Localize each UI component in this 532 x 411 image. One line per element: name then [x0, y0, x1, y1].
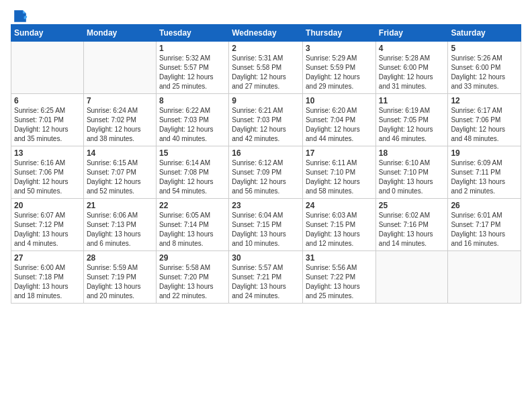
- calendar-cell: [83, 42, 156, 94]
- calendar-header: SundayMondayTuesdayWednesdayThursdayFrid…: [11, 25, 521, 42]
- day-number: 12: [451, 96, 518, 105]
- day-number: 30: [232, 253, 300, 263]
- day-info: Sunrise: 6:20 AM Sunset: 7:04 PM Dayligh…: [306, 106, 373, 144]
- day-info: Sunrise: 6:00 AM Sunset: 7:18 PM Dayligh…: [14, 263, 81, 301]
- day-info: Sunrise: 6:16 AM Sunset: 7:06 PM Dayligh…: [14, 158, 81, 196]
- day-info: Sunrise: 5:56 AM Sunset: 7:22 PM Dayligh…: [306, 263, 373, 301]
- day-number: 8: [159, 96, 226, 105]
- calendar-cell: [375, 251, 448, 304]
- calendar-cell: 2Sunrise: 5:31 AM Sunset: 5:58 PM Daylig…: [229, 42, 303, 94]
- day-number: 20: [14, 201, 81, 210]
- day-number: 28: [87, 253, 153, 263]
- day-info: Sunrise: 6:11 AM Sunset: 7:10 PM Dayligh…: [306, 158, 373, 196]
- day-info: Sunrise: 6:22 AM Sunset: 7:03 PM Dayligh…: [159, 106, 226, 144]
- calendar-cell: 26Sunrise: 6:01 AM Sunset: 7:17 PM Dayli…: [448, 199, 521, 251]
- day-info: Sunrise: 5:29 AM Sunset: 5:59 PM Dayligh…: [306, 54, 373, 91]
- calendar-cell: 19Sunrise: 6:09 AM Sunset: 7:11 PM Dayli…: [448, 146, 521, 199]
- day-info: Sunrise: 5:32 AM Sunset: 5:57 PM Dayligh…: [159, 54, 226, 91]
- day-info: Sunrise: 5:57 AM Sunset: 7:21 PM Dayligh…: [232, 263, 300, 301]
- calendar-cell: 14Sunrise: 6:15 AM Sunset: 7:07 PM Dayli…: [83, 146, 156, 199]
- week-row-1: 6Sunrise: 6:25 AM Sunset: 7:01 PM Daylig…: [11, 94, 521, 146]
- calendar-cell: 20Sunrise: 6:07 AM Sunset: 7:12 PM Dayli…: [11, 199, 84, 251]
- day-number: 11: [379, 96, 445, 105]
- weekday-header-monday: Monday: [83, 25, 156, 42]
- day-info: Sunrise: 5:31 AM Sunset: 5:58 PM Dayligh…: [232, 54, 300, 91]
- day-number: 19: [451, 148, 518, 158]
- day-info: Sunrise: 5:58 AM Sunset: 7:20 PM Dayligh…: [159, 263, 226, 301]
- weekday-header-sunday: Sunday: [11, 25, 84, 42]
- calendar-cell: 31Sunrise: 5:56 AM Sunset: 7:22 PM Dayli…: [303, 251, 376, 304]
- calendar-cell: 30Sunrise: 5:57 AM Sunset: 7:21 PM Dayli…: [229, 251, 303, 304]
- week-row-2: 13Sunrise: 6:16 AM Sunset: 7:06 PM Dayli…: [11, 146, 521, 199]
- calendar-cell: 11Sunrise: 6:19 AM Sunset: 7:05 PM Dayli…: [375, 94, 448, 146]
- day-info: Sunrise: 6:04 AM Sunset: 7:15 PM Dayligh…: [232, 211, 300, 248]
- calendar-cell: 15Sunrise: 6:14 AM Sunset: 7:08 PM Dayli…: [156, 146, 228, 199]
- day-info: Sunrise: 6:12 AM Sunset: 7:09 PM Dayligh…: [232, 158, 300, 196]
- day-info: Sunrise: 6:24 AM Sunset: 7:02 PM Dayligh…: [87, 106, 153, 144]
- week-row-0: 1Sunrise: 5:32 AM Sunset: 5:57 PM Daylig…: [11, 42, 521, 94]
- day-number: 29: [159, 253, 226, 263]
- calendar-cell: 22Sunrise: 6:05 AM Sunset: 7:14 PM Dayli…: [156, 199, 228, 251]
- day-number: 21: [87, 201, 153, 210]
- day-number: 17: [306, 148, 373, 158]
- day-info: Sunrise: 6:06 AM Sunset: 7:13 PM Dayligh…: [87, 211, 153, 248]
- day-number: 6: [14, 96, 81, 105]
- weekday-header-row: SundayMondayTuesdayWednesdayThursdayFrid…: [11, 25, 521, 42]
- day-number: 23: [232, 201, 300, 210]
- day-info: Sunrise: 6:01 AM Sunset: 7:17 PM Dayligh…: [451, 211, 518, 248]
- day-number: 31: [306, 253, 373, 263]
- day-number: 5: [451, 44, 518, 53]
- day-number: 13: [14, 148, 81, 158]
- day-info: Sunrise: 6:05 AM Sunset: 7:14 PM Dayligh…: [159, 211, 226, 248]
- calendar-cell: [11, 42, 84, 94]
- calendar-cell: 17Sunrise: 6:11 AM Sunset: 7:10 PM Dayli…: [303, 146, 376, 199]
- week-row-4: 27Sunrise: 6:00 AM Sunset: 7:18 PM Dayli…: [11, 251, 521, 304]
- calendar-cell: 7Sunrise: 6:24 AM Sunset: 7:02 PM Daylig…: [83, 94, 156, 146]
- day-number: 14: [87, 148, 153, 158]
- calendar-cell: 4Sunrise: 5:28 AM Sunset: 6:00 PM Daylig…: [375, 42, 448, 94]
- calendar-cell: 8Sunrise: 6:22 AM Sunset: 7:03 PM Daylig…: [156, 94, 228, 146]
- logo: [11, 8, 28, 24]
- day-info: Sunrise: 6:21 AM Sunset: 7:03 PM Dayligh…: [232, 106, 300, 144]
- calendar-cell: 25Sunrise: 6:02 AM Sunset: 7:16 PM Dayli…: [375, 199, 448, 251]
- day-info: Sunrise: 6:09 AM Sunset: 7:11 PM Dayligh…: [451, 158, 518, 196]
- weekday-header-wednesday: Wednesday: [229, 25, 303, 42]
- weekday-header-tuesday: Tuesday: [156, 25, 228, 42]
- day-number: 15: [159, 148, 226, 158]
- day-number: 2: [232, 44, 300, 53]
- calendar-cell: 24Sunrise: 6:03 AM Sunset: 7:15 PM Dayli…: [303, 199, 376, 251]
- calendar-cell: 10Sunrise: 6:20 AM Sunset: 7:04 PM Dayli…: [303, 94, 376, 146]
- weekday-header-friday: Friday: [375, 25, 448, 42]
- weekday-header-saturday: Saturday: [448, 25, 521, 42]
- calendar-cell: 21Sunrise: 6:06 AM Sunset: 7:13 PM Dayli…: [83, 199, 156, 251]
- calendar-cell: 6Sunrise: 6:25 AM Sunset: 7:01 PM Daylig…: [11, 94, 84, 146]
- calendar-cell: 27Sunrise: 6:00 AM Sunset: 7:18 PM Dayli…: [11, 251, 84, 304]
- day-number: 18: [379, 148, 445, 158]
- day-number: 22: [159, 201, 226, 210]
- calendar-cell: 23Sunrise: 6:04 AM Sunset: 7:15 PM Dayli…: [229, 199, 303, 251]
- week-row-3: 20Sunrise: 6:07 AM Sunset: 7:12 PM Dayli…: [11, 199, 521, 251]
- day-number: 10: [306, 96, 373, 105]
- calendar-cell: 18Sunrise: 6:10 AM Sunset: 7:10 PM Dayli…: [375, 146, 448, 199]
- logo-icon: [12, 8, 28, 24]
- day-number: 26: [451, 201, 518, 210]
- header-top: [11, 8, 521, 24]
- day-info: Sunrise: 6:03 AM Sunset: 7:15 PM Dayligh…: [306, 211, 373, 248]
- day-info: Sunrise: 6:14 AM Sunset: 7:08 PM Dayligh…: [159, 158, 226, 196]
- day-number: 3: [306, 44, 373, 53]
- calendar-cell: 3Sunrise: 5:29 AM Sunset: 5:59 PM Daylig…: [303, 42, 376, 94]
- calendar-cell: 16Sunrise: 6:12 AM Sunset: 7:09 PM Dayli…: [229, 146, 303, 199]
- day-number: 27: [14, 253, 81, 263]
- day-number: 24: [306, 201, 373, 210]
- day-info: Sunrise: 6:10 AM Sunset: 7:10 PM Dayligh…: [379, 158, 445, 196]
- calendar-cell: 9Sunrise: 6:21 AM Sunset: 7:03 PM Daylig…: [229, 94, 303, 146]
- calendar-cell: 12Sunrise: 6:17 AM Sunset: 7:06 PM Dayli…: [448, 94, 521, 146]
- calendar-cell: 13Sunrise: 6:16 AM Sunset: 7:06 PM Dayli…: [11, 146, 84, 199]
- day-info: Sunrise: 5:28 AM Sunset: 6:00 PM Dayligh…: [379, 54, 445, 91]
- day-number: 16: [232, 148, 300, 158]
- day-info: Sunrise: 6:15 AM Sunset: 7:07 PM Dayligh…: [87, 158, 153, 196]
- day-info: Sunrise: 5:59 AM Sunset: 7:19 PM Dayligh…: [87, 263, 153, 301]
- day-number: 25: [379, 201, 445, 210]
- day-number: 7: [87, 96, 153, 105]
- weekday-header-thursday: Thursday: [303, 25, 376, 42]
